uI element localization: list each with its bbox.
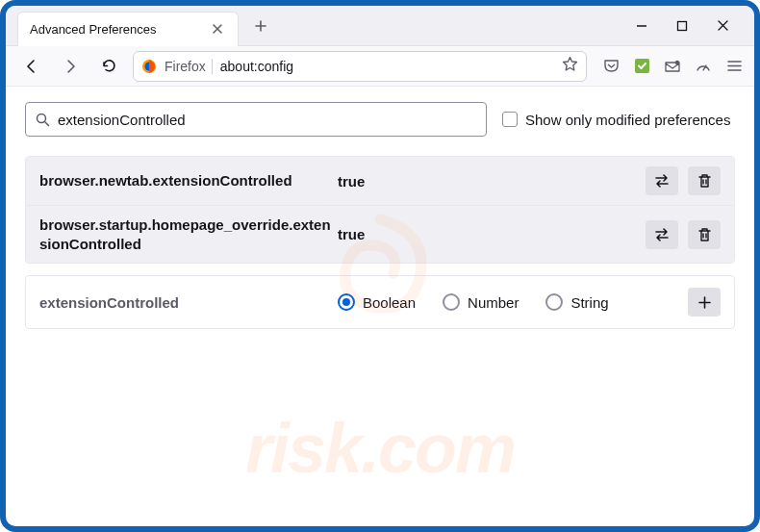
reload-button[interactable]	[94, 52, 123, 81]
dashboard-icon[interactable]	[695, 58, 712, 75]
firefox-logo-icon	[141, 59, 157, 74]
radio-boolean[interactable]: Boolean	[338, 293, 416, 311]
back-button[interactable]	[17, 52, 46, 81]
close-tab-icon[interactable]	[209, 20, 226, 38]
radio-dot	[443, 293, 460, 311]
modified-only-checkbox[interactable]: Show only modified preferences	[502, 112, 730, 128]
pref-name: browser.startup.homepage_override.extens…	[39, 215, 338, 253]
add-pref-button[interactable]	[688, 288, 721, 317]
pocket-icon[interactable]	[602, 58, 620, 75]
bookmark-star-icon[interactable]	[562, 56, 578, 76]
search-icon	[36, 113, 50, 127]
search-input[interactable]	[58, 112, 476, 128]
delete-button[interactable]	[688, 220, 721, 249]
pref-row[interactable]: browser.startup.homepage_override.extens…	[26, 206, 734, 263]
toggle-button[interactable]	[646, 220, 678, 249]
browser-tab[interactable]: Advanced Preferences	[17, 12, 239, 46]
radio-string[interactable]: String	[545, 293, 608, 311]
pref-name: browser.newtab.extensionControlled	[39, 171, 338, 190]
menu-icon[interactable]	[725, 58, 743, 75]
maximize-button[interactable]	[673, 17, 691, 35]
preferences-table: browser.newtab.extensionControlled true …	[25, 156, 735, 264]
type-radio-group: Boolean Number String	[338, 293, 688, 311]
extension-icon[interactable]	[633, 58, 650, 75]
pref-value: true	[338, 173, 646, 190]
tab-title: Advanced Preferences	[30, 22, 209, 37]
content-area: Show only modified preferences browser.n…	[6, 87, 754, 344]
window-controls	[633, 17, 754, 35]
new-tab-button[interactable]	[246, 12, 275, 40]
mail-icon[interactable]	[664, 58, 681, 75]
watermark-text: risk.com	[245, 409, 515, 488]
url-bar[interactable]: Firefox about:config	[133, 51, 587, 82]
svg-point-5	[38, 114, 46, 122]
url-text: about:config	[220, 59, 554, 74]
close-window-button[interactable]	[714, 17, 731, 35]
radio-dot	[338, 293, 355, 311]
pref-row[interactable]: browser.newtab.extensionControlled true	[26, 157, 734, 206]
pref-value: true	[338, 226, 646, 242]
search-box[interactable]	[25, 102, 487, 137]
new-pref-name: extensionControlled	[39, 294, 338, 311]
toggle-button[interactable]	[646, 166, 678, 195]
svg-rect-0	[678, 21, 687, 30]
radio-dot	[545, 293, 563, 311]
radio-number[interactable]: Number	[443, 293, 519, 311]
navigation-toolbar: Firefox about:config	[6, 46, 754, 87]
checkbox-label: Show only modified preferences	[525, 112, 730, 128]
new-pref-row: extensionControlled Boolean Number Strin…	[25, 275, 735, 329]
delete-button[interactable]	[688, 166, 721, 195]
forward-button[interactable]	[56, 52, 85, 81]
titlebar: Advanced Preferences	[6, 6, 754, 46]
minimize-button[interactable]	[633, 17, 650, 35]
checkbox-box[interactable]	[502, 112, 518, 127]
identity-label: Firefox	[165, 59, 213, 74]
svg-point-4	[675, 60, 679, 63]
